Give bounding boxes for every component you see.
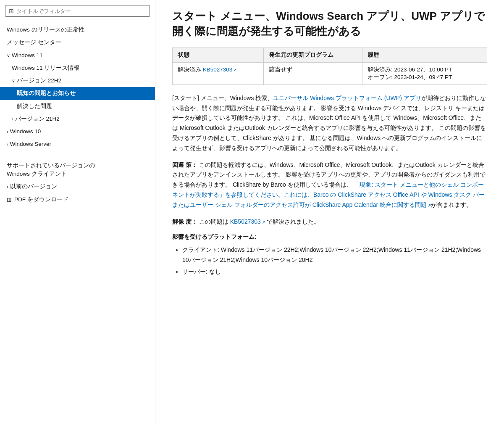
external-link-icon: ↗ [233,68,236,72]
resolution-label: 解像 度： [172,218,197,225]
table-header-update: 発生元の更新プログラム [264,48,362,62]
filter-box[interactable]: ⊞ [5,5,150,17]
body-paragraph-1: [スタート] メニュー、Windows 検索、ユニバーサル Windows プラ… [172,93,487,153]
table-row: 解決済み KB5027303↗ 該当せず 解決済み: 2023-06-27、10… [173,62,487,84]
sidebar-item-known-issues[interactable]: 既知の問題とお知らせ [0,87,155,100]
sidebar-item-windows-release[interactable]: Windows のリリースの正常性 [0,24,155,36]
external-link-icon-3: ↗ [262,220,265,224]
sidebar-item-windows11[interactable]: ∨Windows 11 [0,49,155,62]
list-item-client: クライアント: Windows 11バージョン 22H2;Windows 10バ… [182,245,487,265]
sidebar-item-previous-versions[interactable]: ›以前のバージョン [0,180,155,193]
workaround-label: 回避 策： [172,161,197,168]
workaround-paragraph: 回避 策： この問題を軽減するには、Windows、Microsoft Offi… [172,160,487,210]
chevron-right-icon-2: › [7,129,8,134]
filter-input[interactable] [16,8,146,14]
pdf-icon: ⊞ [7,196,12,203]
chevron-down-icon-2: ∨ [12,78,15,83]
sidebar: ⊞ Windows のリリースの正常性 メッセージ センター ∨Windows … [0,0,155,425]
filter-icon: ⊞ [9,8,14,14]
chevron-right-icon: › [12,116,13,121]
sidebar-item-windows10[interactable]: ›Windows 10 [0,125,155,138]
resolution-paragraph: 解像 度： この問題は KB5027303↗ で解決されました。 [172,217,487,227]
table-cell-history: 解決済み: 2023-06-27、10:00 PT オープン: 2023-01-… [362,62,487,84]
status-table: 状態 発生元の更新プログラム 履歴 解決済み KB5027303↗ 該当せず 解… [172,48,487,85]
sidebar-item-message-center[interactable]: メッセージ センター [0,36,155,49]
table-header-history: 履歴 [362,48,487,62]
kb-resolution-link[interactable]: KB5027303↗ [230,218,265,225]
barco-link[interactable]: 「 現象: スタート メニューと他のシェル コンポーネントが失敗する」を参照して… [172,181,485,208]
affected-platforms-heading: 影響を受けるプラットフォーム: [172,233,487,241]
uwp-link[interactable]: ユニバーサル Windows プラットフォーム (UWP) アプリ [273,95,421,101]
table-header-status: 状態 [173,48,264,62]
sidebar-item-supported-versions[interactable]: サポートされているバージョンの Windows クライアント [0,151,155,181]
list-item-server: サーバー: なし [182,267,487,277]
sidebar-item-resolved-issues[interactable]: 解決した問題 [0,100,155,113]
chevron-right-icon-4: › [7,184,8,189]
sidebar-item-windows11-release[interactable]: Windows 11 リリース情報 [0,62,155,74]
main-content: スタート メニュー、Windows Search アプリ、UWP アプリで開く際… [155,0,504,425]
table-cell-status: 解決済み KB5027303↗ [173,62,264,84]
chevron-down-icon: ∨ [7,53,10,58]
platforms-list: クライアント: Windows 11バージョン 22H2;Windows 10バ… [182,245,487,277]
page-title: スタート メニュー、Windows Search アプリ、UWP アプリで開く際… [172,8,487,39]
external-link-icon-2: ↗ [428,203,431,208]
sidebar-item-version-22h2[interactable]: ∨バージョン 22H2 [0,74,155,87]
chevron-right-icon-3: › [7,142,8,147]
sidebar-item-windows-server[interactable]: ›Windows Server [0,138,155,150]
pdf-download-button[interactable]: ⊞ PDF をダウンロード [0,193,155,206]
sidebar-item-version-21h2[interactable]: ›バージョン 21H2 [0,113,155,125]
kb-link-status[interactable]: KB5027303↗ [203,66,237,73]
table-cell-applicable: 該当せず [264,62,362,84]
